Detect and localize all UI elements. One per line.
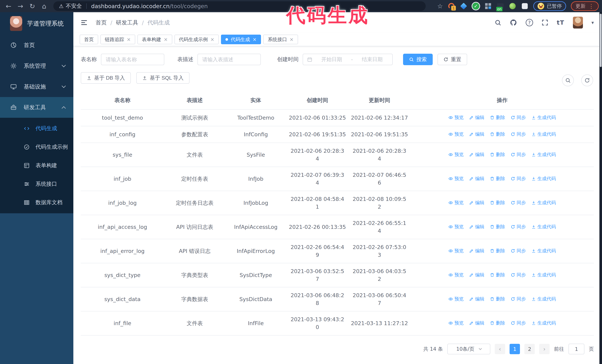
table-name-input[interactable] bbox=[101, 54, 164, 65]
sync-link[interactable]: 同步 bbox=[511, 223, 526, 231]
font-size-icon[interactable]: tT bbox=[557, 19, 564, 26]
end-date-placeholder[interactable]: 结束日期 bbox=[356, 56, 388, 63]
refresh-table-button[interactable] bbox=[581, 74, 593, 86]
close-icon[interactable]: × bbox=[164, 37, 168, 42]
edit-link[interactable]: 编辑 bbox=[469, 295, 484, 303]
generate-code-link[interactable]: 生成代码 bbox=[531, 130, 556, 138]
avatar[interactable] bbox=[573, 17, 583, 29]
close-icon[interactable]: × bbox=[290, 37, 294, 42]
update-button[interactable]: 更新 ⋮ bbox=[571, 1, 599, 11]
sync-link[interactable]: 同步 bbox=[511, 319, 526, 327]
breadcrumb-devtools[interactable]: 研发工具 bbox=[116, 19, 138, 26]
fullscreen-icon[interactable] bbox=[542, 19, 548, 26]
page-button-1[interactable]: 1 bbox=[510, 344, 520, 354]
preview-link[interactable]: 预览 bbox=[448, 319, 464, 327]
prev-page-button[interactable]: ‹ bbox=[495, 344, 505, 354]
close-icon[interactable]: × bbox=[127, 37, 131, 42]
extension-on-icon[interactable]: on bbox=[497, 2, 504, 10]
sidebar-item-codegen[interactable]: 代码生成 bbox=[0, 119, 73, 138]
delete-link[interactable]: 删除 bbox=[490, 114, 505, 122]
home-icon[interactable]: ⌂ bbox=[38, 2, 50, 10]
goto-page-input[interactable] bbox=[569, 344, 584, 354]
scrollbar[interactable] bbox=[599, 12, 602, 364]
sidebar-item-home[interactable]: 首页 bbox=[0, 35, 73, 56]
delete-link[interactable]: 删除 bbox=[490, 271, 505, 279]
extension-gem-icon[interactable] bbox=[460, 2, 467, 10]
address-bar[interactable]: ⚠ 不安全 dashboard.yudao.iocoder.cn /tool/c… bbox=[53, 1, 426, 11]
preview-link[interactable]: 预览 bbox=[448, 175, 464, 183]
sidebar-item-infra[interactable]: 基础设施 bbox=[0, 76, 73, 97]
page-size-select[interactable]: 10条/页 bbox=[447, 344, 490, 354]
generate-code-link[interactable]: 生成代码 bbox=[531, 319, 556, 327]
tab-home[interactable]: 首页 bbox=[80, 35, 98, 44]
help-icon[interactable]: ? bbox=[526, 19, 533, 26]
breadcrumb-home[interactable]: 首页 bbox=[96, 19, 107, 26]
tab-codegen-example[interactable]: 代码生成示例 × bbox=[174, 35, 219, 44]
scrollbar-thumb[interactable] bbox=[600, 14, 602, 67]
security-label[interactable]: 不安全 bbox=[66, 2, 82, 10]
preview-link[interactable]: 预览 bbox=[448, 151, 464, 158]
tab-codegen[interactable]: 代码生成 × bbox=[221, 35, 261, 44]
delete-link[interactable]: 删除 bbox=[490, 199, 505, 207]
sidebar-item-codegen-example[interactable]: 代码生成示例 bbox=[0, 138, 73, 156]
delete-link[interactable]: 删除 bbox=[490, 175, 505, 183]
profile-paused-pill[interactable]: 已暂停 bbox=[533, 1, 566, 11]
app-logo-row[interactable]: 芋道管理系统 bbox=[0, 12, 73, 35]
sidebar-item-db-doc[interactable]: 数据库文档 bbox=[0, 193, 73, 212]
sync-link[interactable]: 同步 bbox=[511, 151, 526, 158]
edit-link[interactable]: 编辑 bbox=[469, 271, 484, 279]
github-icon[interactable] bbox=[510, 19, 517, 26]
generate-code-link[interactable]: 生成代码 bbox=[531, 151, 556, 158]
edit-link[interactable]: 编辑 bbox=[469, 199, 484, 207]
toggle-search-button[interactable] bbox=[562, 74, 574, 86]
preview-link[interactable]: 预览 bbox=[448, 295, 464, 303]
extension-green-icon[interactable] bbox=[509, 2, 516, 10]
back-icon[interactable]: ← bbox=[3, 2, 14, 10]
sync-link[interactable]: 同步 bbox=[511, 175, 526, 183]
reset-button[interactable]: 重置 bbox=[438, 54, 467, 65]
delete-link[interactable]: 删除 bbox=[490, 247, 505, 255]
generate-code-link[interactable]: 生成代码 bbox=[531, 175, 556, 183]
edit-link[interactable]: 编辑 bbox=[469, 114, 484, 122]
preview-link[interactable]: 预览 bbox=[448, 223, 464, 231]
import-db-button[interactable]: 基于 DB 导入 bbox=[81, 72, 131, 84]
preview-link[interactable]: 预览 bbox=[448, 247, 464, 255]
edit-link[interactable]: 编辑 bbox=[469, 223, 484, 231]
delete-link[interactable]: 删除 bbox=[490, 151, 505, 158]
page-button-2[interactable]: 2 bbox=[524, 344, 535, 354]
delete-link[interactable]: 删除 bbox=[490, 223, 505, 231]
date-range-picker[interactable]: 开始日期 - 结束日期 bbox=[303, 54, 393, 65]
hamburger-icon[interactable] bbox=[80, 19, 88, 26]
delete-link[interactable]: 删除 bbox=[490, 295, 505, 303]
generate-code-link[interactable]: 生成代码 bbox=[531, 114, 556, 122]
generate-code-link[interactable]: 生成代码 bbox=[531, 295, 556, 303]
delete-link[interactable]: 删除 bbox=[490, 319, 505, 327]
caret-down-icon[interactable]: ▾ bbox=[591, 20, 594, 25]
generate-code-link[interactable]: 生成代码 bbox=[531, 199, 556, 207]
sync-link[interactable]: 同步 bbox=[511, 114, 526, 122]
extensions-puzzle-icon[interactable] bbox=[521, 2, 528, 10]
edit-link[interactable]: 编辑 bbox=[469, 319, 484, 327]
start-date-placeholder[interactable]: 开始日期 bbox=[316, 56, 348, 63]
extension-grid-icon[interactable] bbox=[484, 2, 492, 10]
tab-form-builder[interactable]: 表单构建 × bbox=[138, 35, 172, 44]
sync-link[interactable]: 同步 bbox=[511, 271, 526, 279]
next-page-button[interactable]: › bbox=[539, 344, 549, 354]
import-sql-button[interactable]: 基于 SQL 导入 bbox=[136, 72, 190, 84]
reload-icon[interactable]: ↻ bbox=[26, 2, 38, 10]
sidebar-item-form-builder[interactable]: 表单构建 bbox=[0, 156, 73, 175]
edit-link[interactable]: 编辑 bbox=[469, 130, 484, 138]
generate-code-link[interactable]: 生成代码 bbox=[531, 247, 556, 255]
edit-link[interactable]: 编辑 bbox=[469, 151, 484, 158]
table-desc-input[interactable] bbox=[197, 54, 261, 65]
delete-link[interactable]: 删除 bbox=[490, 130, 505, 138]
generate-code-link[interactable]: 生成代码 bbox=[531, 223, 556, 231]
sidebar-item-system[interactable]: 系统管理 bbox=[0, 56, 73, 76]
close-icon[interactable]: × bbox=[252, 37, 257, 42]
sync-link[interactable]: 同步 bbox=[511, 247, 526, 255]
edit-link[interactable]: 编辑 bbox=[469, 175, 484, 183]
edit-link[interactable]: 编辑 bbox=[469, 247, 484, 255]
tab-system-api[interactable]: 系统接口 × bbox=[263, 35, 298, 44]
sidebar-item-system-api[interactable]: 系统接口 bbox=[0, 175, 73, 193]
preview-link[interactable]: 预览 bbox=[448, 271, 464, 279]
